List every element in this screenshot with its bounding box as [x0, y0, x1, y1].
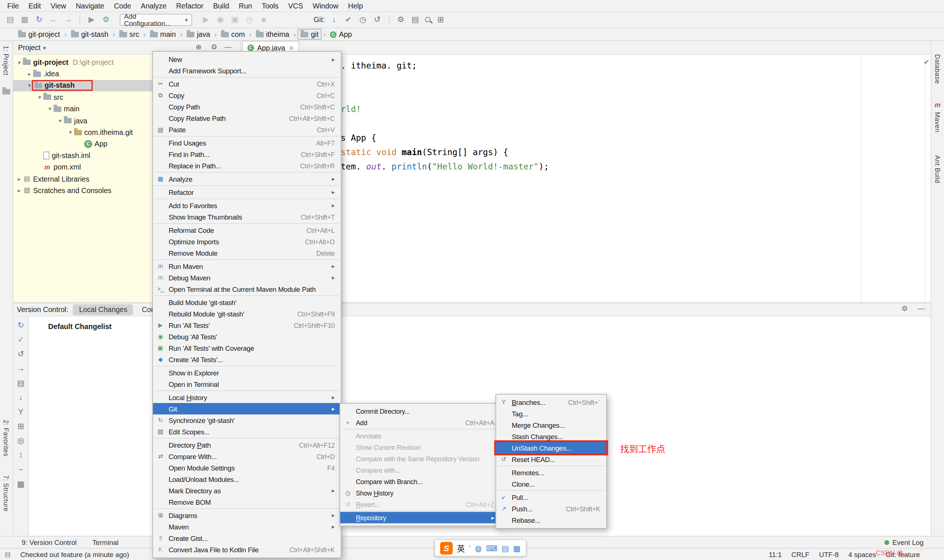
menu-item-revert[interactable]: ↺Revert...Ctrl+Alt+Z: [340, 498, 500, 510]
menu-item-show-image-thumbnails[interactable]: Show Image ThumbnailsCtrl+Shift+T: [153, 211, 341, 223]
menu-item-rebase[interactable]: Rebase...: [496, 514, 606, 526]
open-icon[interactable]: ▤: [4, 13, 17, 26]
menu-navigate[interactable]: Navigate: [71, 0, 109, 12]
breadcrumb-itheima[interactable]: itheima: [253, 29, 292, 39]
menu-item-compare-with[interactable]: Compare with...: [340, 464, 500, 475]
toolwindow-9-version-control[interactable]: 9: Version Control: [22, 538, 77, 546]
locate-file-icon[interactable]: ⊕: [196, 43, 202, 51]
menu-item-open-module-settings[interactable]: Open Module SettingsF4: [153, 462, 341, 474]
menu-item-open-in-terminal[interactable]: Open in Terminal: [153, 378, 341, 390]
menu-item-remove-module[interactable]: Remove ModuleDelete: [153, 247, 341, 258]
menu-item-synchronize-git-stash[interactable]: ↻Synchronize 'git-stash': [153, 414, 341, 426]
menu-item-open-terminal-at-the-current-maven-module-path[interactable]: >_Open Terminal at the Current Maven Mod…: [153, 283, 341, 295]
commit-icon[interactable]: ✔: [342, 13, 355, 26]
toolbox-icon[interactable]: ▦: [513, 543, 521, 552]
scrollbar[interactable]: [925, 55, 925, 303]
menu-edit[interactable]: Edit: [23, 0, 46, 12]
menu-item-new[interactable]: New▸: [153, 54, 341, 65]
menu-item-show-current-revision[interactable]: Show Current Revision: [340, 442, 500, 453]
menu-build[interactable]: Build: [208, 0, 234, 12]
menu-item-remove-bom[interactable]: Remove BOM: [153, 496, 341, 508]
menu-item-merge-changes[interactable]: Merge Changes...: [496, 419, 606, 431]
search-icon[interactable]: [423, 15, 433, 25]
ime-language-indicator[interactable]: 英: [457, 542, 464, 554]
menu-item-add[interactable]: +AddCtrl+Alt+A: [340, 417, 500, 428]
menu-item-run-maven[interactable]: mRun Maven▸: [153, 260, 341, 272]
group-by-icon[interactable]: ⊞: [17, 422, 24, 431]
menu-item-create-gist[interactable]: ⇧Create Gist...: [153, 532, 341, 544]
menu-item-remotes[interactable]: Remotes...: [496, 467, 606, 478]
menu-item-branches[interactable]: YBranches...Ctrl+Shift+`: [496, 397, 606, 408]
menu-item-reformat-code[interactable]: Reformat CodeCtrl+Alt+L: [153, 225, 341, 236]
jump-to-source-icon[interactable]: →: [17, 365, 25, 373]
breadcrumb-com[interactable]: com: [219, 29, 247, 39]
menu-item-edit-scopes[interactable]: ▧Edit Scopes...: [153, 426, 341, 437]
menu-view[interactable]: View: [46, 0, 71, 12]
menu-item-annotate[interactable]: Annotate: [340, 430, 500, 442]
menu-item-show-history[interactable]: ◷Show History: [340, 487, 500, 498]
menu-item-copy[interactable]: ⧉CopyCtrl+C: [153, 89, 341, 101]
commit-check-icon[interactable]: ✓: [17, 335, 24, 344]
status-11-1[interactable]: 11:1: [769, 551, 782, 558]
menu-item-unstash-changes[interactable]: UnStash Changes...: [496, 442, 606, 454]
menu-item-debug-all-tests[interactable]: ◉Debug 'All Tests': [153, 331, 341, 342]
breadcrumb-git-stash[interactable]: git-stash: [69, 29, 111, 39]
tree-collapse-arrow-icon[interactable]: ▾: [36, 94, 43, 100]
run-icon[interactable]: ▶: [199, 13, 212, 26]
clipboard-icon[interactable]: ▤: [501, 543, 509, 552]
hide-panel-icon[interactable]: —: [918, 304, 925, 313]
toolwindow-button-ant-build[interactable]: Ant Build: [934, 155, 941, 183]
preview-diff-icon[interactable]: ◎: [17, 437, 24, 445]
folder-icon[interactable]: [3, 88, 10, 96]
tree-collapse-arrow-icon[interactable]: ▾: [46, 106, 54, 112]
menu-item-optimize-imports[interactable]: Optimize ImportsCtrl+Alt+O: [153, 236, 341, 247]
toolwindow-button-favorites[interactable]: 2: Favorites: [3, 420, 10, 457]
menu-item-add-to-favorites[interactable]: Add to Favorites▸: [153, 200, 341, 211]
punctuation-icon[interactable]: ’: [469, 543, 471, 552]
menu-item-compare-with-branch[interactable]: Compare with Branch...: [340, 475, 500, 487]
tree-expand-arrow-icon[interactable]: ▸: [26, 71, 33, 77]
code-editor[interactable]: ✔ . itheima. git;rld!s App {static void …: [241, 55, 931, 303]
menu-item-rebuild-module-git-stash[interactable]: Rebuild Module 'git-stash'Ctrl+Shift+F9: [153, 308, 341, 319]
menu-item-push[interactable]: ↗Push...Ctrl+Shift+K: [496, 503, 606, 514]
tree-expand-arrow-icon[interactable]: ▸: [15, 188, 23, 194]
menu-item-copy-relative-path[interactable]: Copy Relative PathCtrl+Alt+Shift+C: [153, 112, 341, 124]
menu-item-commit-directory[interactable]: Commit Directory...: [340, 405, 500, 417]
menu-item-git[interactable]: Git▸: [153, 403, 341, 414]
menu-item-cut[interactable]: ✂CutCtrl+X: [153, 78, 341, 89]
update-project-icon[interactable]: ↓: [327, 13, 341, 26]
breadcrumb-src[interactable]: src: [117, 29, 142, 39]
toolwindow-button-database[interactable]: Database: [934, 54, 941, 84]
menu-item-run-all-tests[interactable]: ▶Run 'All Tests'Ctrl+Shift+F10: [153, 319, 341, 331]
branch-icon[interactable]: Y: [18, 408, 23, 416]
menu-window[interactable]: Window: [308, 0, 343, 12]
toolwindow-button-project[interactable]: 1: Project: [3, 46, 10, 75]
menu-item-diagrams[interactable]: ⊞Diagrams▸: [153, 509, 341, 521]
back-icon[interactable]: ←: [47, 13, 60, 26]
hide-panel-icon[interactable]: —: [225, 43, 232, 51]
synchronize-icon[interactable]: ↻: [32, 13, 46, 26]
breadcrumb-app[interactable]: CApp: [327, 29, 354, 39]
build-hammer-icon[interactable]: ⚙: [99, 13, 113, 26]
forward-icon[interactable]: →: [62, 13, 75, 26]
shelve-icon[interactable]: ↓: [19, 394, 23, 402]
menu-item-tag[interactable]: Tag...: [496, 408, 606, 419]
input-method-bar[interactable]: S 英 ’◍⌨▤▦: [435, 539, 526, 556]
module-structure-icon[interactable]: ▤: [409, 13, 422, 26]
menu-item-compare-with-the-same-repository-version[interactable]: Compare with the Same Repository Version: [340, 453, 500, 464]
changelist-icon[interactable]: ▤: [17, 379, 24, 388]
menu-item-local-history[interactable]: Local History▸: [153, 392, 341, 403]
menu-item-build-module-git-stash[interactable]: Build Module 'git-stash': [153, 297, 341, 308]
event-log-button[interactable]: Event Log: [885, 538, 924, 546]
rollback-icon[interactable]: ↺: [17, 350, 24, 358]
tree-expand-arrow-icon[interactable]: ▸: [15, 176, 23, 182]
menu-help[interactable]: Help: [343, 0, 368, 12]
menu-item-pull[interactable]: ↙Pull...: [496, 491, 606, 503]
wrench-icon[interactable]: ⚙: [394, 13, 407, 26]
toolwindow-button-structure[interactable]: 7: Structure: [3, 475, 10, 512]
menu-item-repository[interactable]: Repository▸: [340, 512, 500, 523]
breadcrumb-git-project[interactable]: git-project: [15, 29, 62, 39]
menu-item-find-usages[interactable]: Find UsagesAlt+F7: [153, 137, 341, 148]
menu-item-copy-path[interactable]: Copy PathCtrl+Shift+C: [153, 101, 341, 112]
menu-refactor[interactable]: Refactor: [171, 0, 208, 12]
